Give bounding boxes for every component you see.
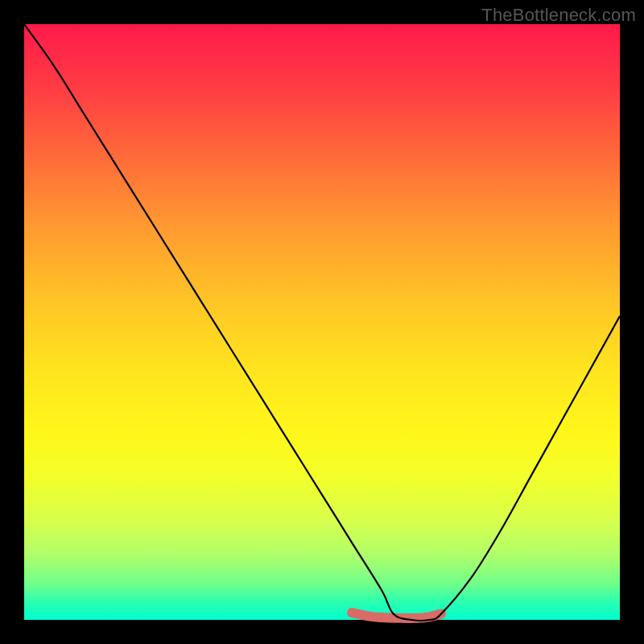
- bottleneck-curve: [24, 24, 620, 621]
- chart-frame: TheBottleneck.com: [0, 0, 644, 644]
- watermark-label: TheBottleneck.com: [481, 5, 636, 26]
- plot-area: [24, 24, 620, 620]
- chart-svg: [24, 24, 620, 620]
